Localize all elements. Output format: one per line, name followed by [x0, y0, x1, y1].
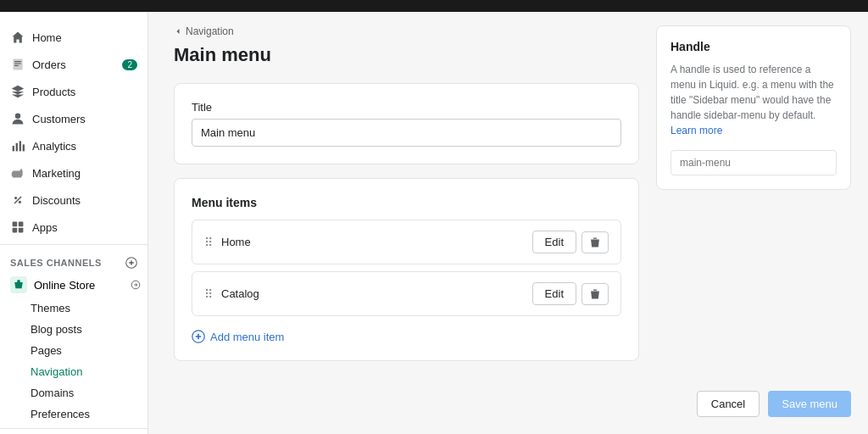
menu-items-card: Menu items ⠿ Home Edit ⠿ Catalog: [174, 178, 639, 361]
sidebar: Home Orders 2 Products Customers A: [0, 12, 148, 434]
svg-rect-13: [19, 222, 24, 227]
sidebar-item-customers[interactable]: Customers: [0, 105, 147, 132]
menu-item-catalog: ⠿ Catalog Edit: [192, 271, 621, 316]
sidebar-sub-blog-posts[interactable]: Blog posts: [0, 319, 147, 340]
svg-rect-15: [19, 228, 24, 233]
handle-panel: Handle A handle is used to reference a m…: [656, 25, 851, 190]
sidebar-item-analytics[interactable]: Analytics: [0, 132, 147, 159]
sidebar-item-orders-label: Orders: [32, 58, 66, 71]
learn-more-link[interactable]: Learn more: [670, 125, 722, 136]
handle-input[interactable]: [670, 150, 837, 175]
svg-rect-2: [14, 63, 21, 64]
save-menu-button[interactable]: Save menu: [768, 391, 851, 417]
sidebar-item-online-store[interactable]: Online Store: [0, 272, 147, 298]
edit-home-button[interactable]: Edit: [532, 231, 576, 253]
menu-item-catalog-name: Catalog: [221, 287, 532, 300]
sidebar-item-marketing-label: Marketing: [32, 167, 81, 180]
sidebar-sub-domains[interactable]: Domains: [0, 382, 147, 403]
delete-catalog-button[interactable]: [581, 283, 609, 305]
handle-panel-description: A handle is used to reference a menu in …: [670, 62, 837, 138]
page-title: Main menu: [174, 44, 639, 66]
customers-icon: [10, 111, 25, 126]
add-menu-item-label: Add menu item: [210, 331, 284, 343]
sidebar-item-discounts-label: Discounts: [32, 194, 81, 207]
trash-icon-home: [589, 236, 601, 248]
title-input[interactable]: [192, 119, 621, 147]
sidebar-item-home-label: Home: [32, 31, 62, 44]
marketing-icon: [10, 165, 25, 181]
sidebar-item-analytics-label: Analytics: [32, 140, 76, 153]
menu-items-title: Menu items: [192, 196, 621, 209]
title-card: Title: [174, 83, 639, 164]
online-store-label: Online Store: [34, 279, 95, 292]
edit-catalog-button[interactable]: Edit: [532, 282, 576, 305]
sidebar-item-products[interactable]: Products: [0, 78, 147, 105]
home-icon: [10, 30, 25, 45]
svg-rect-12: [13, 222, 18, 227]
sidebar-item-discounts[interactable]: Discounts: [0, 186, 147, 214]
analytics-icon: [10, 138, 25, 153]
sidebar-item-apps[interactable]: Apps: [0, 214, 147, 241]
svg-rect-7: [19, 141, 21, 151]
sidebar-item-marketing[interactable]: Marketing: [0, 159, 147, 186]
svg-rect-6: [16, 143, 18, 152]
orders-badge: 2: [122, 59, 137, 70]
delete-home-button[interactable]: [581, 231, 609, 253]
sidebar-sub-themes[interactable]: Themes: [0, 298, 147, 319]
sidebar-item-apps-label: Apps: [32, 221, 58, 234]
sidebar-sub-navigation[interactable]: Navigation: [0, 361, 147, 382]
title-field-label: Title: [192, 101, 621, 114]
chevron-left-icon: [174, 27, 182, 36]
svg-rect-8: [23, 144, 25, 151]
menu-item-home-name: Home: [221, 236, 532, 248]
svg-point-9: [14, 197, 17, 199]
sales-channels-section: SALES CHANNELS: [0, 248, 147, 272]
sidebar-item-products-label: Products: [32, 86, 75, 98]
sidebar-item-home[interactable]: Home: [0, 24, 147, 51]
cancel-button[interactable]: Cancel: [697, 391, 760, 417]
breadcrumb-text: Navigation: [186, 25, 234, 37]
apps-icon: [10, 220, 25, 235]
orders-icon: [10, 57, 25, 72]
add-menu-item-button[interactable]: Add menu item: [192, 323, 621, 343]
breadcrumb[interactable]: Navigation: [174, 25, 639, 37]
online-store-icon: [10, 276, 27, 293]
svg-rect-5: [13, 146, 14, 151]
svg-point-4: [15, 114, 20, 119]
discounts-icon: [10, 192, 25, 208]
svg-rect-14: [13, 228, 18, 233]
menu-item-home: ⠿ Home Edit: [192, 220, 621, 264]
svg-rect-3: [14, 65, 19, 66]
top-bar: [0, 0, 868, 12]
sidebar-sub-preferences[interactable]: Preferences: [0, 403, 147, 425]
footer-actions: Cancel Save menu: [148, 391, 868, 434]
handle-panel-title: Handle: [670, 40, 837, 53]
products-icon: [10, 84, 25, 99]
add-icon: [192, 330, 205, 343]
drag-handle-home[interactable]: ⠿: [204, 236, 213, 249]
drag-handle-catalog[interactable]: ⠿: [204, 287, 213, 301]
svg-rect-0: [13, 59, 22, 70]
add-sales-channel-button[interactable]: [125, 257, 137, 269]
trash-icon-catalog: [589, 288, 601, 300]
sidebar-navigation: Home Orders 2 Products Customers A: [0, 24, 147, 434]
sidebar-item-customers-label: Customers: [32, 113, 86, 125]
sidebar-sub-pages[interactable]: Pages: [0, 340, 147, 361]
sidebar-item-orders[interactable]: Orders 2: [0, 51, 147, 78]
svg-rect-1: [14, 61, 21, 62]
svg-point-10: [19, 201, 21, 203]
